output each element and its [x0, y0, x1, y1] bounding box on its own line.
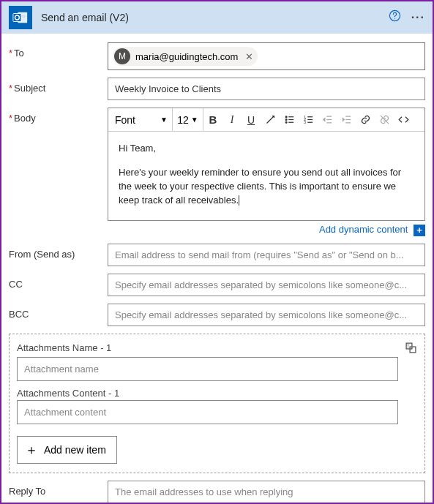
- attachment-name-label: Attachments Name - 1: [17, 342, 111, 353]
- italic-button[interactable]: I: [222, 108, 242, 131]
- more-icon[interactable]: ···: [411, 11, 425, 24]
- rich-text-editor: Font▼ 12▼ B I U 123 Hi Team, Here's: [108, 108, 425, 221]
- add-dynamic-plus-icon[interactable]: +: [414, 225, 425, 236]
- add-new-item-button[interactable]: ＋ Add new item: [17, 436, 117, 464]
- outlook-icon: [9, 6, 32, 29]
- to-field[interactable]: M maria@guidingtech.com ✕: [108, 42, 425, 70]
- underline-button[interactable]: U: [242, 108, 261, 131]
- bullet-list-icon[interactable]: [280, 108, 299, 131]
- help-icon[interactable]: [389, 10, 401, 26]
- bold-button[interactable]: B: [203, 108, 222, 131]
- svg-point-5: [285, 116, 287, 118]
- attachments-section: Attachments Name - 1 T Attachments Conte…: [9, 334, 425, 473]
- code-view-icon[interactable]: [394, 108, 413, 131]
- svg-point-9: [285, 121, 287, 123]
- attachment-name-input[interactable]: [17, 357, 398, 381]
- indent-icon[interactable]: [337, 108, 356, 131]
- from-label: From (Send as): [9, 244, 108, 260]
- from-input[interactable]: [108, 244, 425, 266]
- to-label: *To: [9, 42, 108, 59]
- bcc-label: BCC: [9, 304, 108, 320]
- subject-input[interactable]: [108, 78, 425, 100]
- editor-toolbar: Font▼ 12▼ B I U 123: [108, 108, 424, 132]
- svg-rect-1: [13, 14, 21, 22]
- clear-format-icon[interactable]: [261, 108, 280, 131]
- svg-point-4: [394, 18, 395, 18]
- outdent-icon[interactable]: [318, 108, 337, 131]
- attachment-content-label: Attachments Content - 1: [17, 388, 127, 399]
- body-label: *Body: [9, 108, 108, 124]
- svg-text:T: T: [407, 343, 410, 348]
- subject-label: *Subject: [9, 78, 108, 94]
- link-icon[interactable]: [356, 108, 375, 131]
- bcc-input[interactable]: [108, 304, 425, 326]
- expression-icon[interactable]: T: [405, 342, 417, 357]
- add-dynamic-content-link[interactable]: Add dynamic content: [319, 224, 408, 235]
- avatar: M: [114, 48, 130, 64]
- svg-point-7: [285, 119, 287, 121]
- numbered-list-icon[interactable]: 123: [299, 108, 318, 131]
- plus-icon: ＋: [25, 441, 38, 459]
- font-dropdown[interactable]: Font▼: [108, 108, 173, 131]
- cc-input[interactable]: [108, 274, 425, 296]
- recipient-email: maria@guidingtech.com: [135, 51, 238, 62]
- font-size-dropdown[interactable]: 12▼: [173, 108, 203, 131]
- editor-content[interactable]: Hi Team, Here's your weekly reminder to …: [108, 132, 424, 220]
- attachment-content-input[interactable]: [17, 400, 398, 424]
- remove-chip-icon[interactable]: ✕: [245, 51, 253, 62]
- card-title: Send an email (V2): [41, 12, 129, 23]
- replyto-input[interactable]: [108, 481, 425, 503]
- unlink-icon[interactable]: [375, 108, 394, 131]
- svg-rect-25: [410, 347, 416, 353]
- cc-label: CC: [9, 274, 108, 290]
- recipient-chip[interactable]: M maria@guidingtech.com ✕: [113, 47, 258, 66]
- svg-text:3: 3: [304, 120, 306, 124]
- card-header: Send an email (V2) ···: [1, 1, 433, 34]
- replyto-label: Reply To: [9, 481, 108, 497]
